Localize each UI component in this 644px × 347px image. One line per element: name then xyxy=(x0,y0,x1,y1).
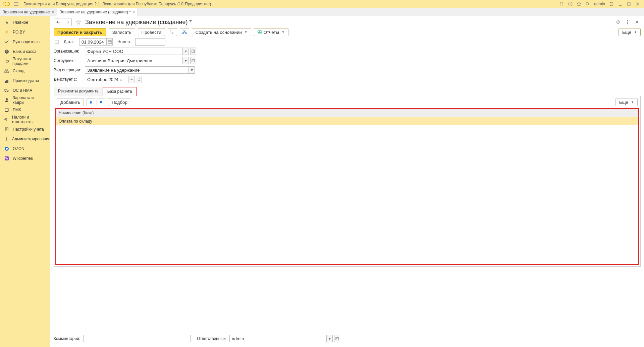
post-and-close-button[interactable]: Провести и закрыть xyxy=(54,28,106,36)
responsible-field[interactable] xyxy=(229,335,327,342)
sidebar-item-trade[interactable]: Покупки и продажи xyxy=(0,56,50,66)
svg-rect-15 xyxy=(6,80,7,83)
sidebar-item-admin[interactable]: Администрирование xyxy=(0,134,50,144)
sidebar: ★Главное ✳PO.BY Руководителю ₽Банк и кас… xyxy=(0,16,50,347)
operation-field[interactable] xyxy=(85,66,189,74)
settings-icon[interactable] xyxy=(608,0,615,8)
svg-point-32 xyxy=(627,22,628,23)
content-area: Заявление на удержание (создание) * Пров… xyxy=(50,16,644,347)
tab-document[interactable]: Заявление на удержание (создание) * × xyxy=(57,8,138,16)
pick-button[interactable]: Подбор xyxy=(108,98,131,106)
employee-label: Сотрудник: xyxy=(54,58,82,63)
tab-base[interactable]: База расчета xyxy=(103,87,137,96)
post-button[interactable]: Провести xyxy=(138,28,165,36)
data-grid[interactable]: Начисление (база) Оплата по окладу xyxy=(55,108,639,265)
comment-field[interactable] xyxy=(83,335,191,342)
user-label[interactable]: admin xyxy=(594,2,605,6)
search-icon[interactable] xyxy=(584,0,591,8)
maximize-icon[interactable] xyxy=(625,0,633,8)
svg-point-20 xyxy=(6,98,8,100)
open-icon[interactable] xyxy=(190,48,196,55)
svg-rect-38 xyxy=(185,33,186,34)
tab-close-icon[interactable]: × xyxy=(52,10,54,14)
save-button[interactable]: Записать xyxy=(109,28,135,36)
back-button[interactable] xyxy=(54,18,63,26)
sidebar-item-rmk[interactable]: РМК xyxy=(0,105,50,115)
svg-rect-41 xyxy=(108,41,111,44)
table-row[interactable]: Оплата по окладу xyxy=(56,117,638,125)
sidebar-item-poby[interactable]: ✳PO.BY xyxy=(0,27,50,37)
dropdown-icon[interactable]: ▾ xyxy=(183,57,189,64)
nav-buttons xyxy=(54,18,72,26)
tab-close-icon[interactable]: × xyxy=(133,10,135,14)
app-title: Бухгалтерия для Беларуси, редакция 2.1. … xyxy=(23,2,211,6)
structure-button[interactable] xyxy=(180,28,189,36)
period-label: Действует с: xyxy=(54,77,82,82)
sidebar-item-assets[interactable]: ОС и НМА xyxy=(0,85,50,95)
chart-icon xyxy=(4,39,9,45)
history-icon[interactable] xyxy=(567,0,574,8)
dropdown-icon[interactable]: ▾ xyxy=(183,48,189,55)
move-up-button[interactable] xyxy=(87,98,95,106)
boxes-icon xyxy=(4,68,9,74)
sidebar-item-wb[interactable]: WWildberries xyxy=(0,153,50,163)
spinner-icon[interactable] xyxy=(136,76,142,83)
report-icon xyxy=(258,30,262,34)
menu-icon[interactable] xyxy=(13,2,19,6)
reports-button[interactable]: Отчеты▼ xyxy=(254,28,288,36)
table-panel: Добавить Подбор Еще▼ Начисление (база) О… xyxy=(54,96,641,267)
more-icon[interactable] xyxy=(624,18,631,26)
sidebar-item-ozon[interactable]: OZON xyxy=(0,144,50,153)
open-icon[interactable] xyxy=(334,335,340,342)
more-button[interactable]: Еще▼ xyxy=(619,28,641,36)
close-icon[interactable] xyxy=(634,0,641,8)
tab-requisites[interactable]: Реквизиты документа xyxy=(54,87,103,96)
sidebar-item-hr[interactable]: Зарплата и кадры xyxy=(0,95,50,105)
forward-button[interactable] xyxy=(63,18,71,26)
sidebar-item-manager[interactable]: Руководителю xyxy=(0,37,50,47)
svg-rect-36 xyxy=(184,30,185,31)
sidebar-item-bank[interactable]: ₽Банк и касса xyxy=(0,47,50,56)
factory-icon xyxy=(4,78,9,83)
bell-icon[interactable] xyxy=(558,0,565,8)
sidebar-item-tax[interactable]: ДтКтНалоги и отчетность xyxy=(0,115,50,124)
employee-field[interactable] xyxy=(85,57,183,64)
sidebar-item-main[interactable]: ★Главное xyxy=(0,17,50,27)
ozon-icon xyxy=(4,146,9,151)
titlebar: 1 Бухгалтерия для Беларуси, редакция 2.1… xyxy=(0,0,644,8)
favorite-icon[interactable] xyxy=(75,19,82,25)
add-button[interactable]: Добавить xyxy=(57,98,84,106)
dropdown-icon[interactable]: ▾ xyxy=(189,66,195,74)
table-more-button[interactable]: Еще▼ xyxy=(615,98,638,106)
close-button[interactable] xyxy=(633,18,641,26)
tax-icon: ДтКт xyxy=(4,117,9,122)
calendar-icon[interactable] xyxy=(107,38,113,46)
chevron-down-icon: ▼ xyxy=(634,30,637,34)
period-field[interactable] xyxy=(85,76,128,83)
comment-label: Комментарий: xyxy=(54,336,80,341)
date-field[interactable] xyxy=(79,38,107,46)
minimize-icon[interactable] xyxy=(616,0,624,8)
star-icon[interactable] xyxy=(575,0,583,8)
sidebar-item-warehouse[interactable]: Склад xyxy=(0,66,50,76)
document-title: Заявление на удержание (создание) * xyxy=(85,19,192,26)
sidebar-item-production[interactable]: Производство xyxy=(0,76,50,85)
tab-label: Заявление на удержание (создание) * xyxy=(60,10,131,14)
column-header[interactable]: Начисление (база) xyxy=(56,109,638,117)
svg-rect-17 xyxy=(5,89,7,91)
date-label: Дата: xyxy=(64,40,76,44)
link-icon[interactable] xyxy=(614,18,622,26)
ellipsis-icon[interactable]: ⋯ xyxy=(128,76,135,83)
dropdown-icon[interactable]: ▾ xyxy=(327,335,333,342)
open-icon[interactable] xyxy=(190,57,196,64)
svg-text:Кт: Кт xyxy=(6,119,9,122)
tab-list[interactable]: Заявления на удержание × xyxy=(0,8,57,16)
number-field[interactable] xyxy=(135,38,165,46)
move-down-button[interactable] xyxy=(97,98,105,106)
org-field[interactable] xyxy=(85,48,183,55)
svg-point-28 xyxy=(6,148,8,150)
chevron-down-icon: ▼ xyxy=(631,100,634,104)
dt-kt-button[interactable]: ДтКт xyxy=(168,28,177,36)
create-based-button[interactable]: Создать на основании▼ xyxy=(192,28,251,36)
sidebar-item-settings[interactable]: Настройки учета xyxy=(0,124,50,134)
